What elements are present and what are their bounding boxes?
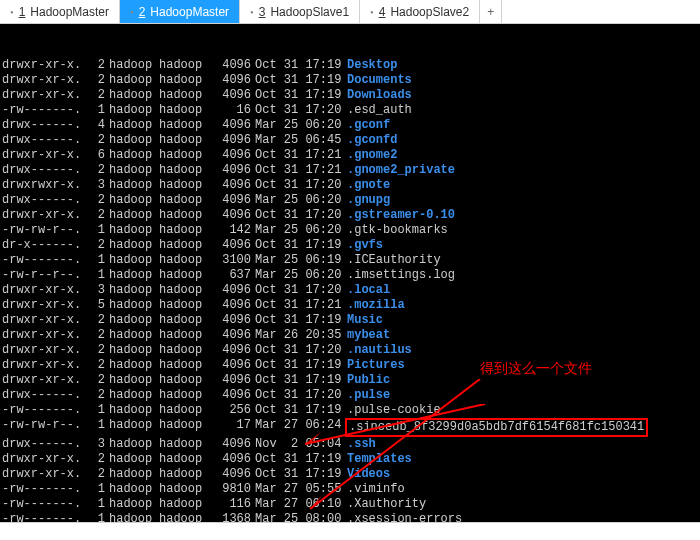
file-highlight-box: .sincedb_8f3299d0a5bdb7df6154f681fc15034… [345, 418, 648, 437]
col-size: 4096 [209, 58, 251, 73]
col-perms: drwxr-xr-x. [2, 283, 87, 298]
file-name: .gvfs [347, 238, 698, 253]
col-perms: -rw-------. [2, 482, 87, 497]
list-row: drwx------.2hadoophadoop4096Oct 31 17:20… [2, 388, 698, 403]
list-row: drwx------.2hadoophadoop4096Oct 31 17:21… [2, 163, 698, 178]
col-owner: hadoop [109, 373, 159, 388]
col-owner: hadoop [109, 328, 159, 343]
list-row: drwxr-xr-x.2hadoophadoop4096Oct 31 17:19… [2, 313, 698, 328]
col-perms: drwxr-xr-x. [2, 373, 87, 388]
col-perms: -rw-rw-r--. [2, 223, 87, 238]
col-size: 4096 [209, 328, 251, 343]
col-date: Mar 25 06:20 [255, 118, 347, 133]
col-date: Oct 31 17:19 [255, 358, 347, 373]
col-size: 637 [209, 268, 251, 283]
list-row: drwxr-xr-x.2hadoophadoop4096Oct 31 17:19… [2, 373, 698, 388]
col-owner: hadoop [109, 283, 159, 298]
tab-3[interactable]: ●3HadoopSlave1 [240, 0, 360, 23]
col-owner: hadoop [109, 388, 159, 403]
file-name: .gtk-bookmarks [347, 223, 698, 238]
col-size: 4096 [209, 238, 251, 253]
list-row: drwx------.2hadoophadoop4096Mar 25 06:20… [2, 193, 698, 208]
col-group: hadoop [159, 512, 209, 522]
col-links: 2 [87, 193, 105, 208]
col-owner: hadoop [109, 418, 159, 437]
col-group: hadoop [159, 452, 209, 467]
col-perms: drwxr-xr-x. [2, 452, 87, 467]
file-name: .gnupg [347, 193, 698, 208]
tab-dot-icon: ● [130, 9, 134, 15]
col-links: 5 [87, 298, 105, 313]
col-perms: drwx------. [2, 163, 87, 178]
col-date: Oct 31 17:19 [255, 58, 347, 73]
add-tab-button[interactable]: + [480, 0, 502, 23]
col-size: 9810 [209, 482, 251, 497]
col-size: 4096 [209, 343, 251, 358]
col-links: 4 [87, 118, 105, 133]
col-group: hadoop [159, 223, 209, 238]
col-group: hadoop [159, 373, 209, 388]
col-date: Oct 31 17:19 [255, 73, 347, 88]
tab-bar: ●1HadoopMaster●2HadoopMaster●3HadoopSlav… [0, 0, 700, 24]
col-links: 2 [87, 163, 105, 178]
col-group: hadoop [159, 418, 209, 437]
col-owner: hadoop [109, 313, 159, 328]
col-size: 4096 [209, 373, 251, 388]
col-size: 4096 [209, 298, 251, 313]
col-group: hadoop [159, 298, 209, 313]
col-links: 2 [87, 452, 105, 467]
col-links: 1 [87, 253, 105, 268]
col-size: 4096 [209, 193, 251, 208]
col-links: 2 [87, 238, 105, 253]
col-owner: hadoop [109, 358, 159, 373]
list-row: drwx------.3hadoophadoop4096Nov 2 05:04 … [2, 437, 698, 452]
tab-4[interactable]: ●4HadoopSlave2 [360, 0, 480, 23]
col-date: Mar 25 06:45 [255, 133, 347, 148]
col-size: 4096 [209, 178, 251, 193]
file-name: .local [347, 283, 698, 298]
status-bar [0, 522, 700, 540]
col-links: 1 [87, 268, 105, 283]
terminal-output[interactable]: drwxr-xr-x.2hadoophadoop4096Oct 31 17:19… [0, 24, 700, 522]
file-name: Videos [347, 467, 698, 482]
col-links: 2 [87, 388, 105, 403]
list-row: drwx------.2hadoophadoop4096Mar 25 06:45… [2, 133, 698, 148]
col-owner: hadoop [109, 343, 159, 358]
tab-2[interactable]: ●2HadoopMaster [120, 0, 240, 23]
col-perms: drwxr-xr-x. [2, 148, 87, 163]
col-size: 116 [209, 497, 251, 512]
col-links: 2 [87, 88, 105, 103]
file-name: Documents [347, 73, 698, 88]
file-name: .viminfo [347, 482, 698, 497]
file-name: .mozilla [347, 298, 698, 313]
col-perms: drwxr-xr-x. [2, 328, 87, 343]
col-perms: -rw-------. [2, 497, 87, 512]
col-links: 1 [87, 223, 105, 238]
file-name: .pulse-cookie [347, 403, 698, 418]
col-group: hadoop [159, 313, 209, 328]
col-perms: drwxr-xr-x. [2, 208, 87, 223]
col-links: 1 [87, 497, 105, 512]
col-date: Mar 25 08:00 [255, 512, 347, 522]
col-group: hadoop [159, 268, 209, 283]
col-links: 2 [87, 373, 105, 388]
col-size: 4096 [209, 118, 251, 133]
col-group: hadoop [159, 178, 209, 193]
col-perms: dr-x------. [2, 238, 87, 253]
tab-1[interactable]: ●1HadoopMaster [0, 0, 120, 23]
tab-label: HadoopSlave2 [390, 5, 469, 19]
col-links: 2 [87, 73, 105, 88]
list-row: drwxr-xr-x.2hadoophadoop4096Oct 31 17:19… [2, 58, 698, 73]
col-size: 4096 [209, 283, 251, 298]
col-size: 256 [209, 403, 251, 418]
list-row: drwxr-xr-x.2hadoophadoop4096Oct 31 17:19… [2, 88, 698, 103]
col-owner: hadoop [109, 403, 159, 418]
col-group: hadoop [159, 193, 209, 208]
col-date: Oct 31 17:19 [255, 238, 347, 253]
col-perms: drwx------. [2, 133, 87, 148]
col-perms: -rw-------. [2, 403, 87, 418]
col-owner: hadoop [109, 148, 159, 163]
col-group: hadoop [159, 148, 209, 163]
col-date: Mar 25 06:20 [255, 268, 347, 283]
col-date: Nov 2 05:04 [255, 437, 347, 452]
